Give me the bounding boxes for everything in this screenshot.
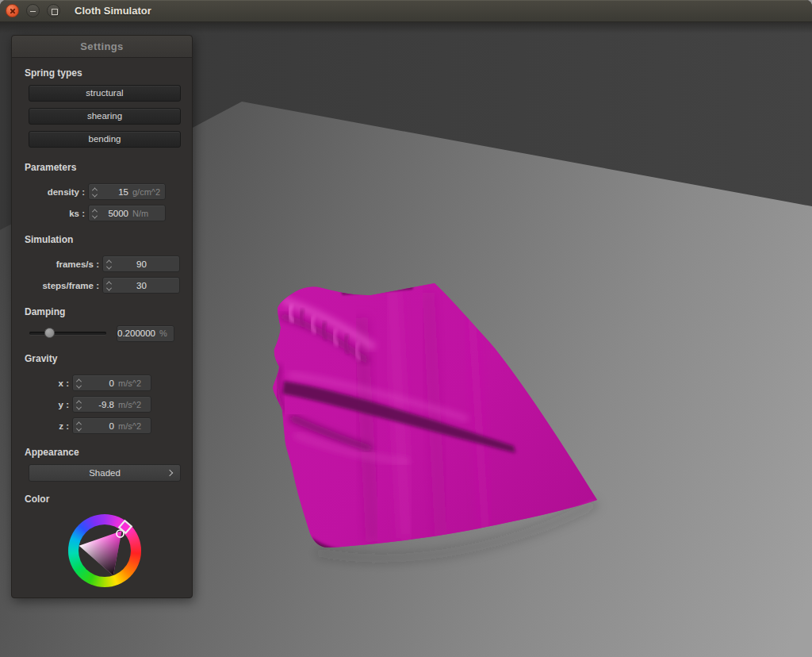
- gravity-z-row: z : 0 m/s^2: [12, 417, 192, 434]
- spinner-icon[interactable]: [73, 399, 85, 410]
- density-label: density :: [25, 187, 85, 197]
- gravity-z-label: z :: [25, 421, 69, 431]
- app-window: Cloth Simulator: [0, 0, 812, 657]
- ks-row: ks : 5000 N/m: [12, 205, 192, 221]
- section-damping: Damping: [25, 306, 192, 317]
- spinner-icon[interactable]: [73, 421, 85, 432]
- steps-spinbox[interactable]: 30: [102, 277, 180, 294]
- gravity-y-unit: m/s^2: [114, 400, 151, 409]
- spring-shearing-button[interactable]: shearing: [29, 108, 181, 125]
- spring-structural-button[interactable]: structural: [29, 85, 181, 102]
- gravity-x-spinbox[interactable]: 0 m/s^2: [72, 375, 151, 391]
- ks-label: ks :: [25, 209, 85, 218]
- section-color: Color: [25, 494, 192, 505]
- gravity-x-row: x : 0 m/s^2: [12, 375, 192, 391]
- density-spinbox[interactable]: 15 g/cm^2: [88, 183, 166, 200]
- section-spring-types: Spring types: [25, 67, 192, 79]
- damping-value-box[interactable]: 0.200000 %: [117, 325, 174, 342]
- spinner-icon[interactable]: [89, 208, 101, 219]
- section-gravity: Gravity: [25, 353, 192, 364]
- gravity-x-unit: m/s^2: [114, 378, 151, 388]
- spinner-icon[interactable]: [103, 259, 115, 270]
- density-value: 15: [101, 187, 128, 197]
- gravity-z-value: 0: [85, 421, 114, 431]
- titlebar-shadow: [0, 22, 812, 33]
- slider-handle-icon[interactable]: [44, 328, 55, 338]
- gravity-y-spinbox[interactable]: -9.8 m/s^2: [72, 396, 151, 413]
- section-simulation: Simulation: [25, 234, 192, 245]
- hue-selector-icon[interactable]: [119, 521, 132, 533]
- close-icon[interactable]: [6, 4, 19, 17]
- fps-label: frames/s :: [25, 259, 99, 269]
- settings-panel: Settings Spring types structural shearin…: [11, 35, 193, 598]
- steps-label: steps/frame :: [25, 281, 99, 290]
- damping-value: 0.200000: [117, 328, 155, 338]
- maximize-icon[interactable]: [47, 4, 60, 17]
- appearance-dropdown[interactable]: Shaded: [29, 464, 181, 482]
- ks-spinbox[interactable]: 5000 N/m: [88, 205, 166, 221]
- color-wheel[interactable]: [68, 514, 141, 587]
- gravity-z-unit: m/s^2: [114, 421, 151, 431]
- chevron-right-icon: [167, 470, 173, 476]
- gravity-y-value: -9.8: [85, 400, 114, 409]
- steps-row: steps/frame : 30: [12, 277, 192, 294]
- damping-unit: %: [155, 328, 182, 338]
- damping-slider[interactable]: [29, 325, 106, 341]
- minimize-icon[interactable]: [26, 4, 40, 17]
- gravity-z-spinbox[interactable]: 0 m/s^2: [72, 417, 151, 434]
- fps-row: frames/s : 90: [12, 256, 192, 272]
- section-appearance: Appearance: [25, 447, 192, 458]
- ks-value: 5000: [101, 209, 128, 218]
- panel-header: Settings: [12, 36, 192, 58]
- density-unit: g/cm^2: [128, 187, 165, 197]
- gravity-y-row: y : -9.8 m/s^2: [12, 396, 192, 413]
- gravity-x-label: x :: [25, 378, 69, 388]
- titlebar: Cloth Simulator: [0, 0, 812, 22]
- steps-value: 30: [115, 281, 179, 290]
- ks-unit: N/m: [128, 209, 165, 218]
- density-row: density : 15 g/cm^2: [12, 183, 192, 200]
- window-title: Cloth Simulator: [75, 5, 151, 17]
- section-parameters: Parameters: [25, 162, 192, 173]
- spinner-icon[interactable]: [103, 280, 115, 291]
- spring-bending-button[interactable]: bending: [29, 131, 181, 148]
- spinner-icon[interactable]: [89, 186, 101, 198]
- fps-spinbox[interactable]: 90: [102, 256, 180, 272]
- sv-triangle[interactable]: [63, 509, 146, 592]
- spinner-icon[interactable]: [73, 378, 85, 389]
- gravity-y-label: y :: [25, 400, 69, 409]
- fps-value: 90: [115, 259, 179, 269]
- slider-track[interactable]: [29, 332, 106, 335]
- damping-row: 0.200000 %: [29, 325, 192, 341]
- gravity-x-value: 0: [85, 378, 114, 388]
- appearance-selected: Shaded: [89, 468, 121, 478]
